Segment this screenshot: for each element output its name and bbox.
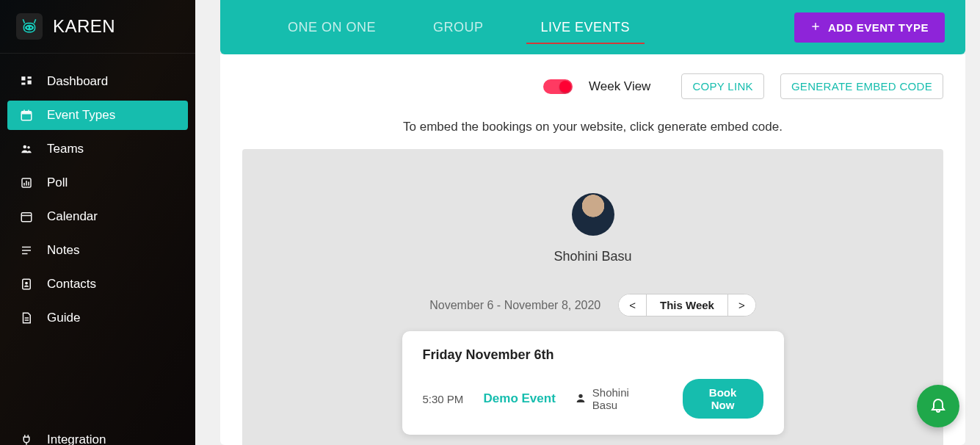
event-host-name: Shohini Basu — [592, 386, 653, 411]
sidebar-item-integration[interactable]: Integration — [7, 425, 188, 445]
main: ONE ON ONE GROUP LIVE EVENTS ADD EVENT T… — [195, 0, 980, 445]
sidebar-item-label: Guide — [47, 311, 80, 325]
svg-point-2 — [27, 27, 29, 29]
poll-icon — [19, 176, 34, 190]
sidebar-item-poll[interactable]: Poll — [7, 168, 188, 198]
brand: KAREN — [0, 0, 195, 54]
contacts-icon — [19, 277, 34, 292]
svg-point-13 — [27, 146, 30, 149]
sidebar-item-guide[interactable]: Guide — [7, 303, 188, 333]
week-nav: < This Week > — [618, 294, 755, 316]
svg-rect-7 — [21, 83, 25, 85]
svg-rect-18 — [21, 213, 32, 222]
booking-panel: Shohini Basu November 6 - November 8, 20… — [242, 149, 943, 445]
dashboard-icon — [19, 74, 34, 89]
plus-icon — [810, 21, 821, 34]
sidebar-item-calendar[interactable]: Calendar — [7, 202, 188, 231]
this-week-button[interactable]: This Week — [646, 294, 728, 316]
svg-rect-11 — [28, 110, 29, 113]
bell-icon — [929, 396, 947, 416]
svg-point-1 — [25, 25, 34, 31]
sidebar-item-label: Notes — [47, 243, 79, 258]
person-icon — [575, 392, 587, 406]
sidebar-item-notes[interactable]: Notes — [7, 236, 188, 265]
svg-rect-9 — [21, 112, 32, 115]
generate-embed-button[interactable]: GENERATE EMBED CODE — [780, 73, 943, 99]
tab-one-on-one[interactable]: ONE ON ONE — [285, 4, 379, 51]
sidebar-item-label: Calendar — [47, 209, 98, 224]
svg-rect-16 — [26, 181, 27, 186]
date-range: November 6 - November 8, 2020 — [429, 299, 600, 312]
svg-rect-15 — [23, 183, 25, 186]
content: Week View COPY LINK GENERATE EMBED CODE … — [220, 54, 965, 445]
book-now-button[interactable]: Book Now — [683, 379, 763, 419]
event-card: Friday November 6th 5:30 PM Demo Event S… — [402, 331, 784, 435]
week-view-toggle[interactable] — [543, 79, 573, 94]
week-view-label: Week View — [589, 79, 650, 94]
toolbar: Week View COPY LINK GENERATE EMBED CODE — [242, 73, 943, 99]
event-title: Demo Event — [484, 391, 556, 406]
calendar-day-icon — [19, 108, 34, 123]
plug-icon — [19, 433, 34, 445]
svg-rect-5 — [28, 76, 32, 79]
embed-hint: To embed the bookings on your website, c… — [242, 120, 943, 134]
tab-live-events[interactable]: LIVE EVENTS — [538, 4, 634, 51]
tabs-bar: ONE ON ONE GROUP LIVE EVENTS ADD EVENT T… — [220, 0, 965, 54]
tab-group[interactable]: GROUP — [430, 4, 487, 51]
svg-rect-10 — [23, 110, 25, 113]
sidebar-item-label: Integration — [47, 433, 106, 445]
sidebar-item-label: Teams — [47, 142, 84, 156]
team-icon — [19, 142, 34, 156]
event-host: Shohini Basu — [575, 386, 653, 411]
sidebar-item-label: Contacts — [47, 277, 96, 292]
svg-point-12 — [23, 145, 27, 149]
copy-link-button[interactable]: COPY LINK — [681, 73, 763, 99]
sidebar-item-contacts[interactable]: Contacts — [7, 269, 188, 299]
brand-name: KAREN — [53, 16, 115, 37]
sidebar-item-label: Event Types — [47, 108, 115, 123]
host-avatar — [572, 193, 614, 236]
calendar-icon — [19, 209, 34, 224]
event-time: 5:30 PM — [423, 393, 465, 405]
notes-icon — [19, 243, 34, 258]
sidebar-item-event-types[interactable]: Event Types — [7, 101, 188, 130]
sidebar-item-label: Poll — [47, 176, 68, 190]
svg-rect-17 — [28, 182, 29, 186]
prev-week-button[interactable]: < — [619, 294, 646, 316]
sidebar: KAREN Dashboard Event Types Teams Poll — [0, 0, 195, 445]
event-date: Friday November 6th — [423, 347, 763, 363]
svg-rect-6 — [28, 81, 32, 84]
nav-list: Dashboard Event Types Teams Poll Calenda… — [0, 54, 195, 425]
week-row: November 6 - November 8, 2020 < This Wee… — [272, 294, 914, 316]
guide-icon — [19, 311, 34, 325]
svg-point-29 — [578, 394, 582, 397]
svg-point-24 — [25, 282, 28, 285]
add-event-type-label: ADD EVENT TYPE — [828, 21, 929, 34]
brand-logo-icon — [16, 13, 43, 40]
svg-rect-4 — [21, 76, 25, 80]
sidebar-item-teams[interactable]: Teams — [7, 134, 188, 164]
event-row: 5:30 PM Demo Event Shohini Basu Book Now — [423, 379, 763, 419]
svg-point-3 — [30, 27, 32, 29]
add-event-type-button[interactable]: ADD EVENT TYPE — [794, 12, 945, 43]
host-name: Shohini Basu — [553, 249, 631, 264]
notifications-fab[interactable] — [917, 385, 959, 427]
sidebar-item-label: Dashboard — [47, 74, 108, 89]
next-week-button[interactable]: > — [728, 294, 755, 316]
sidebar-item-dashboard[interactable]: Dashboard — [7, 67, 188, 96]
tabs: ONE ON ONE GROUP LIVE EVENTS — [285, 4, 633, 51]
